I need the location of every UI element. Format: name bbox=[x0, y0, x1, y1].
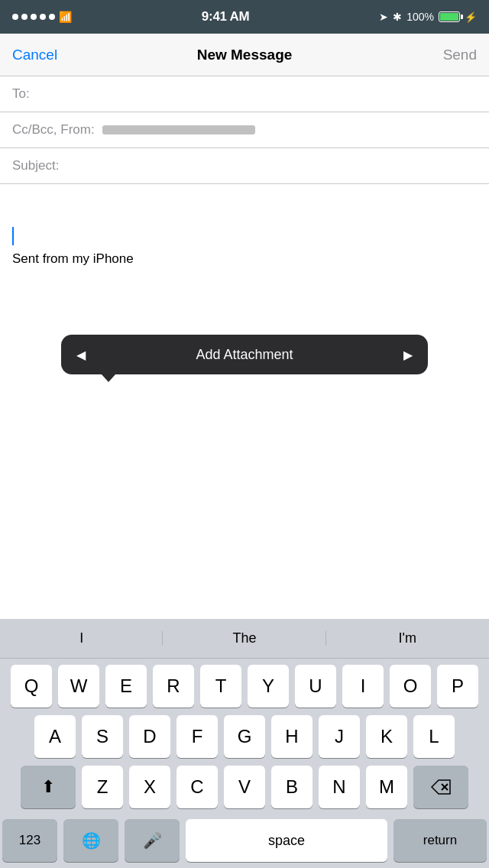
key-r[interactable]: R bbox=[153, 665, 194, 708]
key-w[interactable]: W bbox=[58, 665, 99, 708]
key-c[interactable]: C bbox=[176, 766, 218, 808]
key-t[interactable]: T bbox=[200, 665, 241, 708]
status-bar: 📶 9:41 AM ➤ ✱ 100% ⚡ bbox=[0, 0, 489, 34]
mic-key[interactable]: 🎤 bbox=[125, 819, 180, 862]
key-i[interactable]: I bbox=[342, 665, 384, 708]
key-p[interactable]: P bbox=[437, 665, 478, 708]
key-f[interactable]: F bbox=[176, 715, 218, 758]
tooltip-label[interactable]: Add Attachment bbox=[101, 347, 388, 363]
key-z[interactable]: Z bbox=[82, 766, 123, 808]
tooltip-right-arrow[interactable]: ▶ bbox=[388, 335, 428, 374]
key-d[interactable]: D bbox=[129, 715, 170, 758]
backspace-key[interactable] bbox=[413, 766, 468, 808]
predictive-bar: I The I'm bbox=[0, 619, 489, 659]
key-row-2: A S D F G H J K L bbox=[2, 715, 487, 758]
bluetooth-icon: ✱ bbox=[393, 11, 402, 23]
return-key[interactable]: return bbox=[393, 819, 487, 862]
key-k[interactable]: K bbox=[366, 715, 407, 758]
status-left: 📶 bbox=[12, 11, 72, 23]
shift-key[interactable]: ⬆ bbox=[21, 766, 76, 808]
key-s[interactable]: S bbox=[82, 715, 123, 758]
to-field-row[interactable]: To: bbox=[0, 76, 489, 112]
key-q[interactable]: Q bbox=[11, 665, 52, 708]
status-right: ➤ ✱ 100% ⚡ bbox=[379, 11, 477, 23]
send-button[interactable]: Send bbox=[443, 47, 477, 63]
ccbcc-label: Cc/Bcc, From: bbox=[12, 122, 95, 138]
battery-percent: 100% bbox=[406, 11, 434, 23]
key-e[interactable]: E bbox=[105, 665, 147, 708]
subject-field-row[interactable]: Subject: bbox=[0, 148, 489, 184]
keys-section: Q W E R T Y U I O P A S D F G H J K L ⬆ … bbox=[0, 659, 489, 819]
num-key[interactable]: 123 bbox=[2, 819, 57, 862]
space-key[interactable]: space bbox=[186, 819, 387, 862]
battery-icon bbox=[439, 11, 460, 22]
bottom-key-row: 123 🌐 🎤 space return bbox=[0, 819, 489, 868]
status-time: 9:41 AM bbox=[202, 9, 249, 24]
text-cursor bbox=[12, 227, 14, 245]
globe-key[interactable]: 🌐 bbox=[63, 819, 118, 862]
key-b[interactable]: B bbox=[271, 766, 313, 808]
to-input[interactable] bbox=[34, 86, 477, 102]
key-n[interactable]: N bbox=[319, 766, 360, 808]
key-u[interactable]: U bbox=[295, 665, 336, 708]
email-body-signature: Sent from my iPhone bbox=[12, 249, 477, 269]
backspace-icon bbox=[431, 779, 451, 795]
subject-label: Subject: bbox=[12, 158, 59, 173]
predictive-item-1[interactable]: I bbox=[0, 626, 163, 651]
key-h[interactable]: H bbox=[271, 715, 313, 758]
key-j[interactable]: J bbox=[319, 715, 360, 758]
tooltip-container: ◀ Add Attachment ▶ bbox=[0, 335, 489, 374]
ccbcc-field-row[interactable]: Cc/Bcc, From: bbox=[0, 112, 489, 148]
body-area[interactable]: Sent from my iPhone bbox=[0, 184, 489, 276]
key-l[interactable]: L bbox=[413, 715, 455, 758]
key-m[interactable]: M bbox=[366, 766, 407, 808]
to-label: To: bbox=[12, 86, 30, 102]
from-email-blurred bbox=[102, 125, 255, 134]
location-icon: ➤ bbox=[379, 11, 388, 23]
key-o[interactable]: O bbox=[390, 665, 431, 708]
cancel-button[interactable]: Cancel bbox=[12, 47, 57, 63]
key-y[interactable]: Y bbox=[248, 665, 289, 708]
key-g[interactable]: G bbox=[224, 715, 265, 758]
key-row-3: ⬆ Z X C V B N M bbox=[2, 766, 487, 808]
key-x[interactable]: X bbox=[129, 766, 170, 808]
wifi-icon: 📶 bbox=[59, 11, 72, 23]
page-title: New Message bbox=[197, 47, 293, 63]
predictive-item-2[interactable]: The bbox=[163, 626, 325, 651]
keyboard: I The I'm Q W E R T Y U I O P A S D F G … bbox=[0, 619, 489, 868]
key-a[interactable]: A bbox=[34, 715, 76, 758]
tooltip-left-arrow[interactable]: ◀ bbox=[61, 335, 101, 374]
key-row-1: Q W E R T Y U I O P bbox=[2, 665, 487, 708]
key-v[interactable]: V bbox=[224, 766, 265, 808]
add-attachment-tooltip[interactable]: ◀ Add Attachment ▶ bbox=[61, 335, 428, 374]
signal-dots bbox=[12, 14, 55, 20]
predictive-item-3[interactable]: I'm bbox=[326, 626, 489, 651]
charging-icon: ⚡ bbox=[465, 11, 477, 23]
nav-bar: Cancel New Message Send bbox=[0, 34, 489, 76]
compose-area: To: Cc/Bcc, From: Subject: ◀ Add Attachm… bbox=[0, 76, 489, 276]
